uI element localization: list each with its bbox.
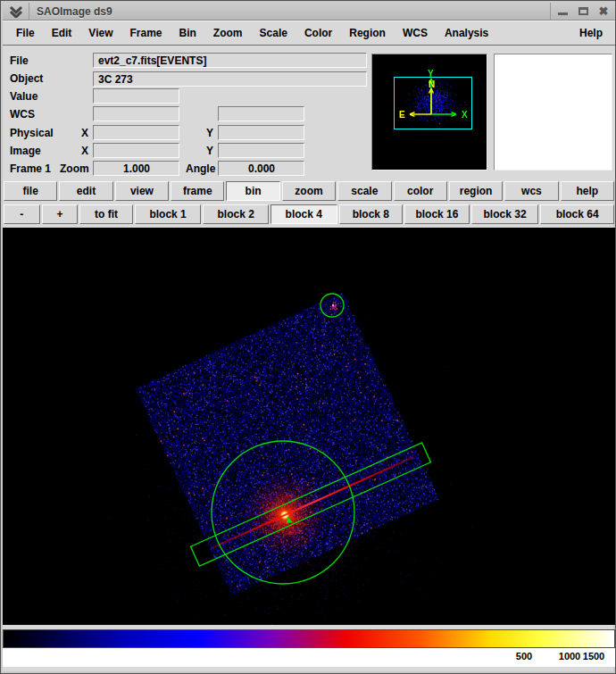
menu-view[interactable]: View (87, 25, 113, 41)
magnifier (494, 54, 612, 171)
wcs-label: WCS (10, 108, 35, 121)
toolbar-button-view[interactable]: view (115, 181, 169, 201)
panner[interactable] (371, 54, 487, 171)
physical-y-label: Y (206, 127, 213, 139)
value-field[interactable] (93, 88, 179, 104)
maximize-icon (579, 7, 588, 15)
menu-zoom[interactable]: Zoom (212, 25, 244, 41)
zoom-value-field[interactable]: 1.000 (93, 161, 179, 176)
window-controls: ✖ (550, 3, 615, 21)
colorbar-tick-1000: 1000 (559, 651, 580, 662)
menu-frame[interactable]: Frame (129, 25, 162, 41)
menu-color[interactable]: Color (304, 25, 333, 41)
toolbar-button-region[interactable]: region (449, 181, 503, 201)
object-value-field[interactable]: 3C 273 (93, 71, 367, 87)
angle-label: Angle (186, 162, 215, 175)
colorbar-gradient[interactable] (3, 629, 615, 648)
object-label: Object (10, 72, 43, 85)
sky-canvas[interactable] (3, 228, 615, 625)
window-title: SAOImage ds9 (29, 5, 112, 18)
block-64-button[interactable]: block 64 (540, 204, 614, 224)
menu-analysis[interactable]: Analysis (444, 25, 489, 41)
block-to-fit-button[interactable]: to fit (79, 204, 133, 224)
wcs-field-2[interactable] (218, 106, 304, 121)
physical-x-label: X (81, 127, 88, 139)
toolbar-button-help[interactable]: help (561, 181, 614, 201)
block-1-button[interactable]: block 1 (135, 204, 202, 224)
close-button[interactable]: ✖ (597, 5, 610, 18)
file-value-field[interactable]: evt2_c7.fits[EVENTS] (93, 53, 367, 68)
minimize-button[interactable] (556, 5, 569, 18)
zoom-out-button[interactable]: - (4, 204, 40, 224)
maximize-button[interactable] (577, 5, 589, 18)
image-display[interactable] (3, 228, 615, 625)
window-menu-button[interactable] (3, 3, 29, 21)
colorbar-labels: 500 1000 1500 (3, 648, 615, 667)
zoom-in-button[interactable]: + (42, 204, 79, 224)
ds9-window: SAOImage ds9 ✖ File Edit View Frame Bin … (0, 0, 616, 674)
toolbar-button-frame[interactable]: frame (171, 181, 224, 201)
menu-edit[interactable]: Edit (51, 25, 73, 41)
image-label: Image (10, 145, 41, 157)
toolbar-button-edit[interactable]: edit (59, 181, 112, 201)
image-y-field[interactable] (218, 143, 304, 158)
panner-canvas[interactable] (372, 54, 487, 170)
physical-label: Physical (10, 127, 54, 139)
colorbar[interactable]: 500 1000 1500 (3, 629, 615, 667)
physical-y-field[interactable] (218, 125, 304, 140)
block-8-button[interactable]: block 8 (339, 204, 404, 224)
menu-wcs[interactable]: WCS (402, 25, 429, 41)
menu-help[interactable]: Help (579, 27, 603, 39)
menu-region[interactable]: Region (348, 25, 387, 41)
window-menu-icon (9, 5, 23, 18)
value-label: Value (10, 90, 37, 103)
toolbar-button-zoom[interactable]: zoom (282, 181, 336, 201)
angle-value-field[interactable]: 0.000 (218, 161, 304, 176)
image-x-label: X (81, 145, 88, 157)
toolbar: file edit view frame bin zoom scale colo… (3, 180, 615, 202)
blockbar: - + to fit block 1 block 2 block 4 block… (3, 204, 615, 225)
file-label: File (10, 54, 29, 67)
block-16-button[interactable]: block 16 (404, 204, 470, 224)
toolbar-button-file[interactable]: file (4, 181, 57, 201)
titlebar: SAOImage ds9 ✖ (3, 3, 615, 21)
toolbar-button-bin[interactable]: bin (226, 181, 279, 201)
colorbar-tick-500: 500 (516, 651, 532, 662)
minimize-icon (558, 12, 568, 15)
block-2-button[interactable]: block 2 (203, 204, 269, 224)
menu-bin[interactable]: Bin (179, 25, 197, 41)
toolbar-button-color[interactable]: color (394, 181, 447, 201)
zoom-label: Zoom (60, 162, 89, 175)
block-4-button[interactable]: block 4 (271, 204, 337, 224)
image-y-label: Y (206, 145, 213, 157)
toolbar-button-wcs[interactable]: wcs (504, 181, 558, 201)
colorbar-tick-1500: 1500 (583, 651, 604, 662)
toolbar-button-scale[interactable]: scale (337, 181, 391, 201)
wcs-field-1[interactable] (93, 106, 179, 121)
block-32-button[interactable]: block 32 (471, 204, 539, 224)
close-icon: ✖ (599, 5, 609, 17)
menu-file[interactable]: File (15, 25, 36, 41)
menubar: File Edit View Frame Bin Zoom Scale Colo… (3, 21, 615, 46)
image-x-field[interactable] (93, 143, 179, 158)
menu-scale[interactable]: Scale (259, 25, 288, 41)
physical-x-field[interactable] (93, 125, 179, 140)
frame-label: Frame 1 (10, 162, 51, 175)
